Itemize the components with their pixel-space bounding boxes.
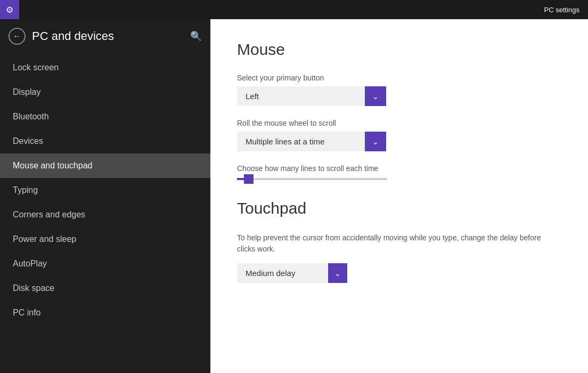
primary-button-select[interactable]: Left Right	[237, 86, 386, 106]
touchpad-description: To help prevent the cursor from accident…	[237, 232, 557, 255]
pc-settings-title: PC settings	[544, 6, 579, 14]
sidebar-item-bluetooth[interactable]: Bluetooth	[0, 104, 210, 129]
sidebar-item-display[interactable]: Display	[0, 80, 210, 104]
scroll-select[interactable]: Multiple lines at a time One screen at a…	[237, 132, 386, 151]
sidebar-item-disk-space[interactable]: Disk space	[0, 276, 210, 301]
mouse-section-title: Mouse	[237, 40, 561, 59]
sidebar-item-autoplay[interactable]: AutoPlay	[0, 252, 210, 276]
sidebar-item-mouse-touchpad[interactable]: Mouse and touchpad	[0, 153, 210, 178]
search-icon: 🔍	[190, 31, 202, 42]
sidebar: ← PC and devices 🔍 Lock screen Display B…	[0, 19, 210, 373]
sidebar-item-lock-screen[interactable]: Lock screen	[0, 55, 210, 80]
scroll-select-container[interactable]: Multiple lines at a time One screen at a…	[237, 132, 386, 151]
gear-icon: ⚙	[0, 0, 19, 19]
delay-select[interactable]: No delay (always on) Short delay Medium …	[237, 263, 347, 283]
sidebar-item-typing[interactable]: Typing	[0, 178, 210, 202]
sidebar-item-pc-info[interactable]: PC info	[0, 301, 210, 325]
slider-track	[237, 178, 387, 180]
touchpad-section: Touchpad To help prevent the cursor from…	[237, 199, 561, 283]
primary-button-label: Select your primary button	[237, 74, 561, 82]
sidebar-item-power-sleep[interactable]: Power and sleep	[0, 227, 210, 252]
slider-thumb[interactable]	[244, 174, 254, 184]
primary-button-select-container[interactable]: Left Right ⌄	[237, 86, 386, 106]
sidebar-header: ← PC and devices 🔍	[0, 19, 210, 55]
top-bar: ⚙ PC settings	[0, 0, 588, 19]
back-button[interactable]: ←	[9, 28, 26, 45]
sidebar-item-corners-edges[interactable]: Corners and edges	[0, 202, 210, 227]
search-button[interactable]: 🔍	[190, 30, 202, 42]
touchpad-section-title: Touchpad	[237, 199, 561, 217]
sidebar-title: PC and devices	[32, 29, 114, 43]
delay-select-container[interactable]: No delay (always on) Short delay Medium …	[237, 263, 347, 283]
lines-scroll-label: Choose how many lines to scroll each tim…	[237, 164, 561, 173]
sidebar-item-devices[interactable]: Devices	[0, 129, 210, 153]
content-area: Mouse Select your primary button Left Ri…	[210, 19, 588, 373]
mouse-section: Mouse Select your primary button Left Ri…	[237, 40, 561, 180]
back-icon: ←	[13, 31, 21, 41]
scroll-label: Roll the mouse wheel to scroll	[237, 119, 561, 127]
scroll-lines-slider[interactable]	[237, 178, 561, 180]
